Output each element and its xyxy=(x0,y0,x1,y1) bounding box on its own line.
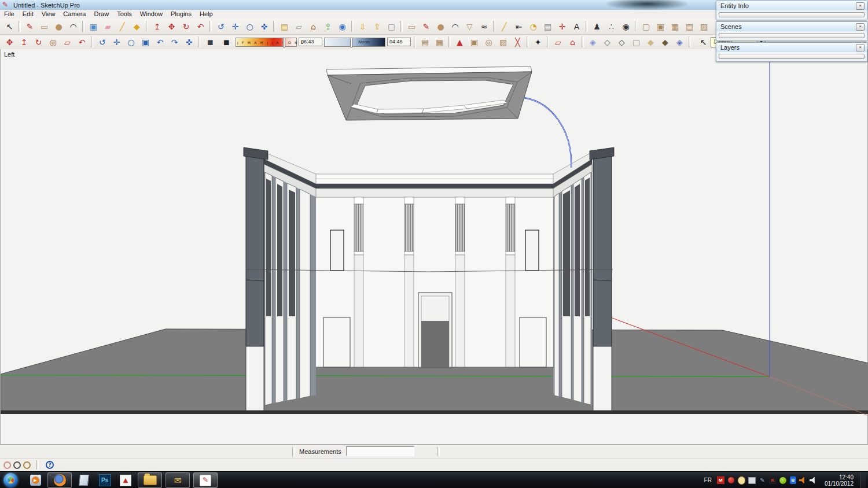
xray-mode-button[interactable]: ◈ xyxy=(586,36,600,49)
curved-arrow-tool[interactable]: ↶ xyxy=(75,36,89,49)
circle-tool[interactable]: ● xyxy=(52,20,66,33)
start-button[interactable] xyxy=(3,473,18,487)
previous-view-button[interactable]: ↶ xyxy=(153,36,167,49)
layer-cursor-icon[interactable]: ↖ xyxy=(696,36,711,49)
axes-tool[interactable]: ✛ xyxy=(555,20,569,33)
pan-tool[interactable]: ✛ xyxy=(109,36,124,49)
modeling-viewport[interactable]: Left xyxy=(0,49,868,444)
shadow-end-time-field[interactable]: 04:46 xyxy=(387,38,411,46)
month-slider[interactable]: J F M A M J J A S O N D xyxy=(236,38,297,47)
menu-tools[interactable]: Tools xyxy=(113,10,136,19)
tape-measure-tool[interactable]: ╱ xyxy=(115,20,130,33)
menu-camera[interactable]: Camera xyxy=(59,10,90,19)
google-earth-button[interactable]: ◉ xyxy=(335,20,350,33)
month-slider-handle[interactable] xyxy=(283,38,285,47)
section-cuts-button[interactable]: ⌂ xyxy=(565,36,580,49)
time-slider-handle[interactable] xyxy=(350,38,352,47)
panel-title-bar[interactable]: Layers × xyxy=(716,43,867,52)
pan-tool[interactable]: ✛ xyxy=(228,20,242,33)
shadow-settings-button[interactable]: ◼ xyxy=(203,36,218,49)
sketchup-button[interactable]: ✎ xyxy=(193,472,218,488)
panel-close-icon[interactable]: × xyxy=(856,44,865,51)
hidden-line-button[interactable]: ▢ xyxy=(629,36,643,49)
walk-tool[interactable]: ∴ xyxy=(604,20,619,33)
speaker-icon[interactable] xyxy=(810,477,817,484)
curve-profile[interactable] xyxy=(524,98,571,168)
paint-bucket-tool[interactable]: ◆ xyxy=(130,20,144,33)
arc-tool-2[interactable]: ◠ xyxy=(448,20,462,33)
import-model-button[interactable]: ⇩ xyxy=(355,20,370,33)
menu-help[interactable]: Help xyxy=(196,10,217,19)
section-plane-button[interactable]: ▱ xyxy=(551,36,565,49)
panel-collapsed-body[interactable] xyxy=(719,12,865,17)
time-slider[interactable]: Noon xyxy=(324,38,385,47)
rectangle-tool[interactable]: ▭ xyxy=(37,20,52,33)
panel-collapsed-body[interactable] xyxy=(719,33,865,38)
push-pull-tool[interactable]: ↥ xyxy=(150,20,164,33)
adobe-reader-button[interactable]: ▲ xyxy=(117,473,134,487)
tray-icon-adobe-m[interactable]: M xyxy=(717,476,724,484)
stamp-tool[interactable]: ▣ xyxy=(467,36,481,49)
room-right-wall[interactable] xyxy=(553,147,614,411)
menu-file[interactable]: File xyxy=(0,10,19,19)
export-model-button[interactable]: ⇧ xyxy=(370,20,384,33)
explorer-button[interactable] xyxy=(138,472,162,488)
speaker-icon-secondary[interactable] xyxy=(799,477,807,484)
menu-draw[interactable]: Draw xyxy=(90,10,113,19)
position-camera-tool[interactable]: ♟ xyxy=(590,20,604,33)
geolocation-icon[interactable] xyxy=(3,461,11,469)
polygon-tool[interactable]: ▽ xyxy=(462,20,477,33)
push-pull-tool[interactable]: ↥ xyxy=(17,36,31,49)
orbit-tool[interactable]: ↺ xyxy=(95,36,109,49)
firefox-button[interactable] xyxy=(47,472,72,488)
panel-close-icon[interactable]: × xyxy=(856,23,865,31)
media-player-button[interactable]: ▶ xyxy=(27,473,44,487)
zoom-tool[interactable]: ○ xyxy=(242,20,257,33)
outer-shell-button[interactable]: ▢ xyxy=(639,20,653,33)
wireframe-button[interactable]: ◇ xyxy=(615,36,629,49)
protractor-tool[interactable]: ◔ xyxy=(526,20,540,33)
smoove-tool[interactable]: ▲ xyxy=(453,36,467,49)
outlook-button[interactable]: ✉ xyxy=(165,472,190,488)
next-view-button[interactable]: ↷ xyxy=(167,36,182,49)
claim-credit-icon[interactable] xyxy=(23,461,31,469)
orbit-tool[interactable]: ↺ xyxy=(214,20,228,33)
room-left-wall[interactable] xyxy=(244,147,316,411)
move-tool[interactable]: ✥ xyxy=(2,36,17,49)
credits-icon[interactable] xyxy=(13,461,21,469)
subtract-button[interactable]: ▤ xyxy=(682,20,697,33)
offset-tool[interactable]: ↶ xyxy=(193,20,208,33)
eraser-tool[interactable]: ▰ xyxy=(101,20,115,33)
notepad-button[interactable] xyxy=(75,473,93,487)
line-tool[interactable]: ✎ xyxy=(23,20,37,33)
get-models-button[interactable]: ⌂ xyxy=(306,20,321,33)
arc-tool[interactable]: ◠ xyxy=(66,20,80,33)
shaded-button[interactable]: ◆ xyxy=(643,36,658,49)
language-indicator[interactable]: FR xyxy=(704,477,712,483)
text-tool[interactable]: ▤ xyxy=(540,20,555,33)
dimension-tool[interactable]: ⇤ xyxy=(512,20,526,33)
look-around-tool[interactable]: ◉ xyxy=(619,20,633,33)
panel-title-bar[interactable]: Entity Info × xyxy=(716,1,867,10)
bluetooth-icon[interactable]: B xyxy=(790,476,796,484)
rotate-tool[interactable]: ↻ xyxy=(31,36,46,49)
make-component-tool[interactable]: ▣ xyxy=(86,20,101,33)
tray-icon-nvidia[interactable] xyxy=(779,476,787,484)
shaded-textures-button[interactable]: ◆ xyxy=(658,36,672,49)
panel-close-icon[interactable]: × xyxy=(856,2,865,10)
ceiling-panel-component[interactable] xyxy=(326,66,532,120)
intersect-button[interactable]: ▣ xyxy=(653,20,668,33)
box-button[interactable]: ▢ xyxy=(384,20,399,33)
circle-tool-2[interactable]: ● xyxy=(433,20,448,33)
tray-icon-pen[interactable]: ✎ xyxy=(759,476,766,484)
photoshop-button[interactable]: Ps xyxy=(96,473,113,487)
union-button[interactable]: ▦ xyxy=(668,20,682,33)
photo-texture-button[interactable]: ▤ xyxy=(277,20,292,33)
follow-me-tool[interactable]: ▱ xyxy=(60,36,75,49)
rotate-tool[interactable]: ↻ xyxy=(179,20,193,33)
back-edges-button[interactable]: ◇ xyxy=(600,36,615,49)
panel-title-bar[interactable]: Scenes × xyxy=(716,22,867,31)
tray-icon-display[interactable] xyxy=(748,476,756,484)
solar-north-button[interactable]: ✦ xyxy=(531,36,545,49)
tray-clock[interactable]: 12:40 01/10/2012 xyxy=(825,474,854,487)
